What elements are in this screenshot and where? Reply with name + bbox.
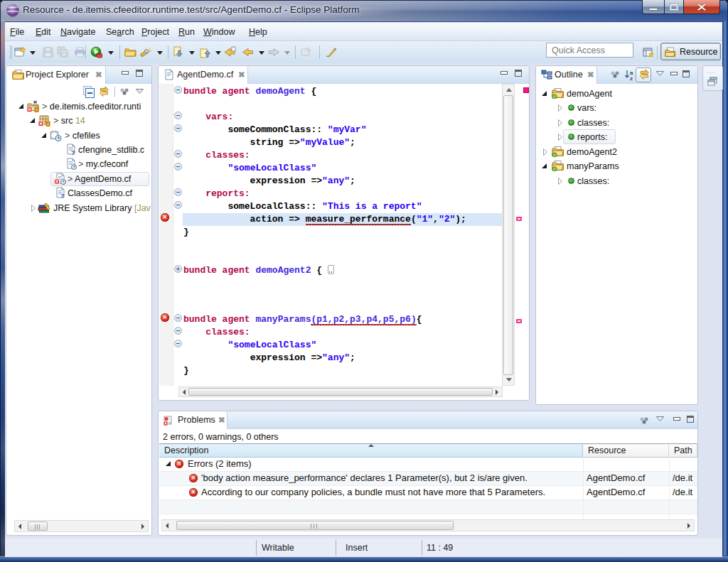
svg-text:z: z — [630, 75, 633, 81]
svg-text:?: ? — [71, 149, 75, 156]
svg-text:?: ? — [60, 193, 65, 200]
